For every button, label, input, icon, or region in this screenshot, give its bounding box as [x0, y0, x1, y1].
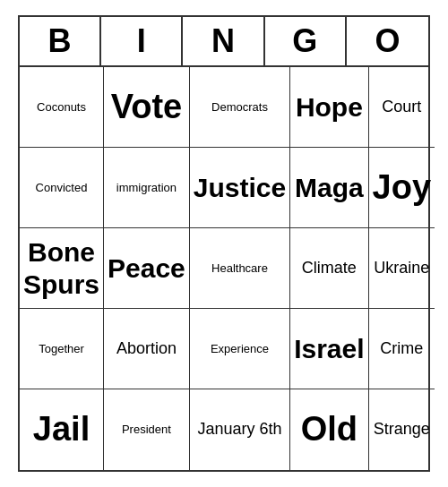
bingo-cell[interactable]: Vote — [104, 67, 190, 148]
bingo-cell[interactable]: Jail — [20, 389, 104, 470]
bingo-cell[interactable]: Coconuts — [20, 67, 104, 148]
bingo-cell[interactable]: January 6th — [190, 389, 290, 470]
bingo-cell[interactable]: Together — [20, 309, 104, 389]
bingo-cell[interactable]: immigration — [104, 148, 190, 228]
header-letter: O — [347, 17, 428, 65]
header-letter: I — [101, 17, 183, 65]
bingo-cell[interactable]: Abortion — [104, 309, 190, 389]
header-letter: G — [265, 17, 347, 65]
bingo-cell[interactable]: Crime — [369, 309, 435, 389]
bingo-cell[interactable]: Old — [290, 389, 368, 470]
bingo-cell[interactable]: Strange — [369, 389, 435, 470]
bingo-cell[interactable]: Joy — [369, 148, 435, 228]
bingo-cell[interactable]: Israel — [290, 309, 368, 389]
bingo-cell[interactable]: Democrats — [190, 67, 290, 148]
bingo-header: BINGO — [20, 17, 428, 67]
bingo-cell[interactable]: Court — [369, 67, 435, 148]
bingo-cell[interactable]: Hope — [290, 67, 368, 148]
bingo-cell[interactable]: Peace — [104, 228, 190, 309]
bingo-cell[interactable]: President — [104, 389, 190, 470]
bingo-cell[interactable]: Experience — [190, 309, 290, 389]
bingo-cell[interactable]: Justice — [190, 148, 290, 228]
bingo-card: BINGO CoconutsVoteDemocratsHopeCourtConv… — [18, 15, 430, 472]
bingo-cell[interactable]: Maga — [290, 148, 368, 228]
bingo-cell[interactable]: Bone Spurs — [20, 228, 104, 309]
bingo-cell[interactable]: Convicted — [20, 148, 104, 228]
bingo-grid: CoconutsVoteDemocratsHopeCourtConvictedi… — [20, 67, 428, 470]
header-letter: B — [20, 17, 101, 65]
bingo-cell[interactable]: Climate — [290, 228, 368, 309]
header-letter: N — [183, 17, 264, 65]
bingo-cell[interactable]: Healthcare — [190, 228, 290, 309]
bingo-cell[interactable]: Ukraine — [369, 228, 435, 309]
